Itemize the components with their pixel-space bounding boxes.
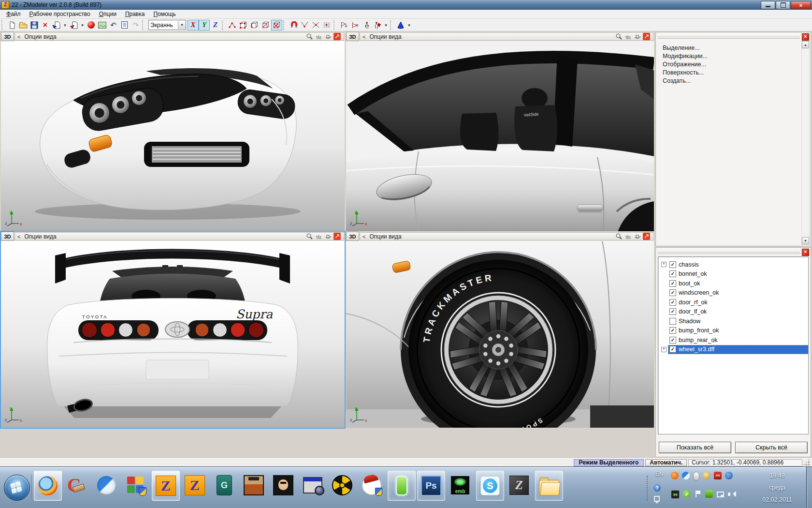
maximize-button[interactable] [776, 1, 790, 9]
start-button[interactable] [4, 475, 30, 501]
part-row-wheel[interactable]: + ✓wheel_sr3.dff [658, 345, 808, 355]
part-checkbox[interactable]: ✓ [669, 346, 676, 353]
show-hidden-icons[interactable] [653, 496, 660, 503]
pan-hand-icon[interactable] [624, 33, 632, 40]
taskbar-defrag[interactable] [93, 471, 120, 500]
zoom-icon[interactable] [615, 33, 623, 40]
taskbar-grip[interactable] [31, 476, 33, 500]
part-checkbox[interactable]: ✓ [669, 327, 676, 334]
menu-selection[interactable]: Выделение... [663, 44, 799, 52]
panel-close-button[interactable]: × [802, 33, 809, 41]
panel-grip[interactable] [658, 33, 800, 37]
primitive-dropdown[interactable]: ▾ [406, 20, 412, 30]
attach-dropdown[interactable]: ▾ [383, 20, 389, 30]
orbit-icon[interactable] [324, 33, 332, 40]
hide-all-button[interactable]: Скрыть всё [735, 442, 808, 453]
maximize-viewport-icon[interactable] [333, 33, 341, 40]
taskbar-messenger[interactable] [388, 471, 416, 501]
cube-edges-mode-button[interactable] [249, 20, 260, 30]
taskbar-tweaker[interactable] [122, 471, 149, 500]
part-row-boot[interactable]: ✓boot_ok [658, 279, 808, 288]
expand-icon[interactable]: + [661, 262, 667, 267]
cube-faces-mode-button[interactable] [260, 20, 271, 30]
snap-magnet-button[interactable] [288, 20, 299, 30]
menu-create[interactable]: Создать... [663, 77, 799, 85]
taskbar-ccleaner[interactable]: C [63, 471, 90, 500]
viewport-mode-button[interactable]: 3D [1, 32, 14, 41]
cube-vertices-mode-button[interactable] [238, 20, 249, 30]
object-mode-button[interactable] [271, 20, 282, 30]
maximize-viewport-icon[interactable] [642, 233, 651, 240]
scroll-up-button[interactable]: ▲ [802, 41, 809, 48]
maximize-viewport-icon[interactable] [333, 233, 341, 240]
part-row-bump-front[interactable]: ✓bump_front_ok [658, 326, 808, 336]
axis-z-button[interactable]: Z [210, 20, 221, 30]
fps-monitor-tray-icon[interactable]: 99 [671, 490, 680, 499]
taskbar-photoshop[interactable]: Ps [417, 471, 445, 501]
taskbar-gta-vc[interactable] [270, 471, 297, 500]
axis-x-button[interactable]: X [188, 20, 199, 30]
viewport-options-bar[interactable]: < Опции вида [360, 232, 653, 240]
collapse-icon[interactable]: < [17, 34, 20, 40]
taskbar-fraps[interactable] [299, 471, 326, 500]
orbit-icon[interactable] [633, 233, 641, 240]
close-button[interactable]: × [791, 1, 811, 9]
part-row-bump-rear[interactable]: ✓bump_rear_ok [658, 335, 808, 345]
taskbar-emb[interactable]: emb [447, 471, 474, 500]
taskbar-gamecard[interactable]: G [211, 471, 238, 500]
taskbar-clock[interactable]: 19:49 среда 02.02.2011 [752, 470, 802, 506]
taskbar-explorer[interactable] [535, 471, 563, 501]
menu-workspace[interactable]: Рабочее пространство [25, 10, 95, 18]
part-checkbox[interactable]: ✓ [669, 289, 676, 296]
messenger-tray-icon[interactable] [682, 472, 690, 479]
part-checkbox[interactable]: ✓ [669, 280, 676, 287]
log-button[interactable] [119, 20, 130, 30]
attach-mode-button[interactable] [372, 20, 383, 30]
coord-mode-dropdown[interactable]: ▾ [178, 21, 186, 29]
menu-modifications[interactable]: Модификации... [663, 52, 799, 60]
help-tray-icon[interactable]: ? [653, 484, 661, 492]
status-auto[interactable]: Автоматич. [645, 459, 687, 466]
toolbar-grip[interactable] [1, 20, 4, 30]
menu-file[interactable]: Файл [2, 10, 25, 18]
menu-edit[interactable]: Правка [121, 10, 149, 18]
avast-tray-icon[interactable] [671, 472, 679, 479]
zoom-icon[interactable] [305, 233, 314, 240]
coord-mode-select[interactable]: Экраннь ▾ [148, 20, 186, 30]
skeleton-mode-button[interactable] [361, 20, 372, 30]
part-checkbox[interactable]: ✓ [669, 261, 676, 268]
show-desktop-button[interactable] [806, 467, 812, 508]
export-button[interactable] [68, 20, 79, 30]
level-up-button[interactable] [349, 20, 361, 30]
new-file-button[interactable] [6, 20, 17, 30]
part-checkbox[interactable]: ✓ [669, 299, 676, 306]
export-dropdown[interactable]: ▾ [79, 20, 86, 30]
taskbar-radiation-app[interactable] [329, 471, 356, 500]
part-checkbox[interactable] [669, 318, 676, 325]
language-indicator[interactable]: EN [655, 471, 664, 478]
part-row-shadow[interactable]: Shadow [658, 316, 808, 326]
orbit-icon[interactable] [324, 233, 332, 240]
taskbar-zmodeler-2[interactable]: Z [181, 471, 208, 500]
texture-browser-button[interactable] [97, 20, 108, 30]
part-checkbox[interactable]: ✓ [669, 337, 676, 344]
viewport-side-canvas[interactable]: VeilSide y x z [346, 41, 654, 231]
daemon-tray-icon[interactable] [725, 472, 733, 479]
viewport-front-canvas[interactable]: y x z [1, 41, 345, 231]
qip-tray-icon[interactable] [705, 490, 713, 498]
scroll-down-button[interactable]: ▼ [802, 237, 809, 244]
pan-hand-icon[interactable] [315, 233, 323, 240]
collapse-icon[interactable]: < [17, 234, 20, 239]
panel-scrollbar[interactable]: ▲ ▼ [801, 41, 810, 245]
taskbar-antivirus[interactable] [358, 471, 385, 500]
viewport-options-bar[interactable]: < Опции вида [360, 32, 653, 41]
open-file-button[interactable] [17, 20, 29, 30]
axis-y-button[interactable]: Y [199, 20, 210, 30]
title-bar[interactable]: Z 22 - ZModeler ver 2.0.8 (Build 897) × [0, 0, 812, 10]
redo-button[interactable]: ↷ [130, 20, 141, 30]
mouse-tray-icon[interactable] [693, 472, 699, 480]
show-all-button[interactable]: Показать всё [659, 442, 731, 453]
level-down-button[interactable] [338, 20, 349, 30]
tray-grip[interactable] [647, 476, 649, 501]
taskbar-firefox[interactable] [34, 471, 62, 501]
